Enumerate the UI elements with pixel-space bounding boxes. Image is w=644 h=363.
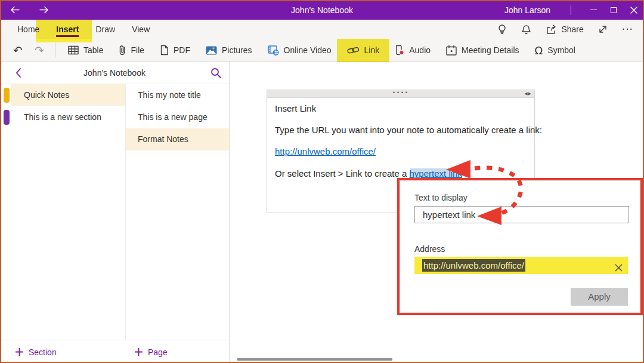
omega-icon: Ω [535,44,543,57]
hypertext-link-selected[interactable]: hypertext link [410,168,462,179]
insert-online-video-button[interactable]: Online Video [260,39,339,61]
link-icon [347,47,360,54]
audio-icon [395,45,404,56]
apply-button[interactable]: Apply [571,288,628,306]
calendar-icon [446,45,457,56]
insert-file-button[interactable]: File [111,39,152,61]
text-to-display-input[interactable]: hypertext link [414,206,629,223]
ribbon-tabs: Home Insert Draw View Share [0,20,644,39]
note-text-line: Or select Insert > Link to create a hype… [275,168,462,179]
notebooks-back-button[interactable] [16,67,21,81]
add-page-button[interactable]: Page [135,340,168,363]
page-item[interactable]: This is a new page [126,106,229,128]
nav-forward-button[interactable] [37,4,50,17]
more-options-button[interactable]: ··· [622,26,633,32]
minimize-button[interactable] [583,3,603,17]
section-item-quick-notes[interactable]: Quick Notes [0,84,125,106]
toolbar-divider [55,43,55,57]
note-text-line: Type the URL you want into your note to … [275,125,542,135]
plus-icon [16,348,23,356]
clear-x-icon [614,263,623,272]
share-label: Share [561,24,583,34]
insert-pictures-button[interactable]: Pictures [198,39,260,61]
insert-audio-button[interactable]: Audio [387,39,438,61]
bell-icon [521,24,531,35]
section-color-tab [4,110,10,125]
redo-icon: ↷ [35,44,44,57]
back-arrow-icon [10,5,20,14]
address-label: Address [414,244,445,254]
table-icon [68,45,79,55]
notifications-button[interactable] [521,24,531,35]
horizontal-scrollbar[interactable] [237,358,392,361]
insert-pdf-button[interactable]: PDF [152,39,198,61]
share-button[interactable]: Share [546,24,583,35]
insert-meeting-details-button[interactable]: Meeting Details [438,39,527,61]
plus-icon [135,348,143,356]
navigation-pane: John's Notebook Quick Notes This is a ne… [0,62,230,363]
tab-insert[interactable]: Insert [48,20,87,39]
note-drag-bar[interactable]: ···· ◀▶ [267,90,535,98]
titlebar: John's Notebook John Larson [0,0,644,20]
lightbulb-icon [497,24,507,35]
chevron-left-icon [16,67,21,78]
add-section-button[interactable]: Section [16,340,57,363]
undo-icon: ↶ [13,44,23,57]
document-icon [160,45,169,56]
search-button[interactable] [210,67,222,81]
address-selected-text: http://unlvweb.com/office/ [422,259,525,272]
text-to-display-label: Text to display [414,193,467,202]
notebook-header: John's Notebook [0,62,229,84]
page-item-selected[interactable]: Format Notes [126,128,229,150]
account-name[interactable]: John Larson [504,5,550,15]
notebook-title: John's Notebook [0,62,229,84]
pictures-icon [206,46,217,55]
note-url-link[interactable]: http://unlvweb.com/office/ [275,146,376,156]
section-item-new-section[interactable]: This is a new section [0,106,125,128]
close-icon [630,7,637,14]
paperclip-icon [119,45,126,56]
tips-button[interactable] [497,24,507,35]
insert-link-dialog: Text to display hypertext link Address h… [400,180,640,313]
maximize-icon [611,7,617,13]
clear-address-button[interactable] [614,260,623,278]
undo-button[interactable]: ↶ [7,39,29,61]
drag-handle-icon[interactable]: ···· [267,88,534,97]
expand-icon [598,24,608,34]
tab-view[interactable]: View [123,20,158,39]
close-button[interactable] [624,3,644,17]
page-list: This my note title This is a new page Fo… [126,84,229,150]
fullscreen-button[interactable] [598,24,608,34]
onenote-window: John's Notebook John Larson Home Insert … [0,0,644,363]
page-item[interactable]: This my note title [126,84,229,106]
forward-arrow-icon [39,5,49,14]
insert-link-button[interactable]: Link [339,39,388,61]
titlebar-separator [571,5,571,15]
section-list: Quick Notes This is a new section [0,84,125,128]
resize-handle-icon[interactable]: ◀▶ [524,90,532,98]
minimize-icon [590,10,597,10]
online-video-icon [268,45,279,56]
address-input[interactable]: http://unlvweb.com/office/ [414,257,628,274]
tab-draw[interactable]: Draw [87,20,123,39]
search-icon [210,67,222,79]
section-color-tab [4,88,10,103]
insert-symbol-button[interactable]: Ω Symbol [527,39,583,61]
note-title: Insert Link [275,103,316,113]
sidebar-footer: Section Page [0,340,229,363]
maximize-button[interactable] [603,3,624,17]
share-icon [546,24,557,35]
nav-back-button[interactable] [8,4,21,17]
insert-ribbon: ↶ ↷ Table File PDF Pictures [0,39,644,62]
